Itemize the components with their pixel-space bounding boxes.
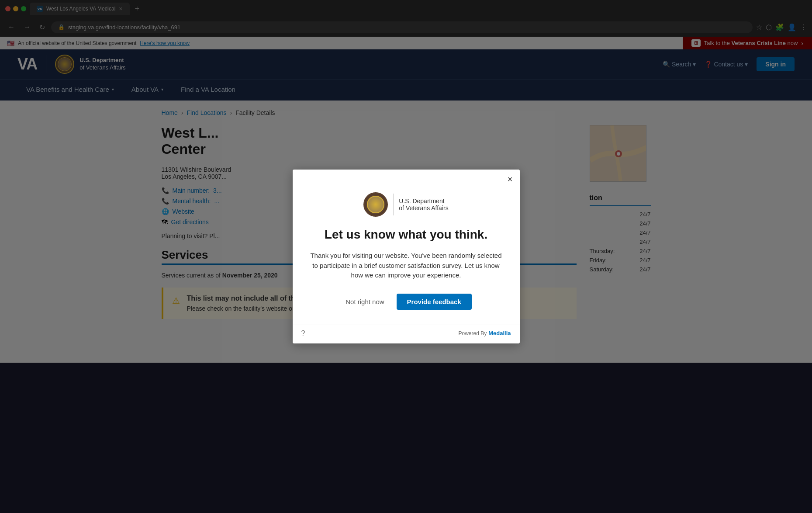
modal-dept: U.S. Department of Veterans Affairs	[399, 198, 448, 211]
modal-dept-line1: U.S. Department	[399, 198, 448, 205]
modal-footer: ? Powered By Medallia	[293, 325, 520, 343]
modal-header: ×	[293, 170, 520, 184]
help-icon[interactable]: ?	[301, 329, 305, 337]
modal-body: U.S. Department of Veterans Affairs Let …	[293, 184, 520, 324]
modal-title: Let us know what you think.	[310, 227, 502, 242]
powered-by: Powered By Medallia	[459, 330, 511, 336]
medallia-brand: Medallia	[488, 330, 511, 336]
modal-dept-line2: of Veterans Affairs	[399, 205, 448, 211]
modal-overlay: × U.S. Department of Veterans Affairs Le…	[0, 0, 812, 513]
modal-body-text: Thank you for visiting our website. You'…	[310, 251, 502, 281]
modal-close-button[interactable]: ×	[508, 175, 513, 184]
not-right-now-button[interactable]: Not right now	[340, 295, 389, 309]
modal-logo: U.S. Department of Veterans Affairs	[310, 192, 502, 217]
modal-actions: Not right now Provide feedback	[310, 294, 502, 310]
va-website: 🇺🇸 An official website of the United Sta…	[0, 37, 812, 363]
survey-modal: × U.S. Department of Veterans Affairs Le…	[293, 170, 520, 343]
powered-by-text: Powered By	[459, 330, 487, 336]
modal-logo-divider	[393, 194, 394, 215]
provide-feedback-button[interactable]: Provide feedback	[397, 294, 472, 310]
modal-va-seal	[363, 192, 388, 217]
page-content: Home › Find Locations › Facility Details…	[0, 101, 812, 363]
